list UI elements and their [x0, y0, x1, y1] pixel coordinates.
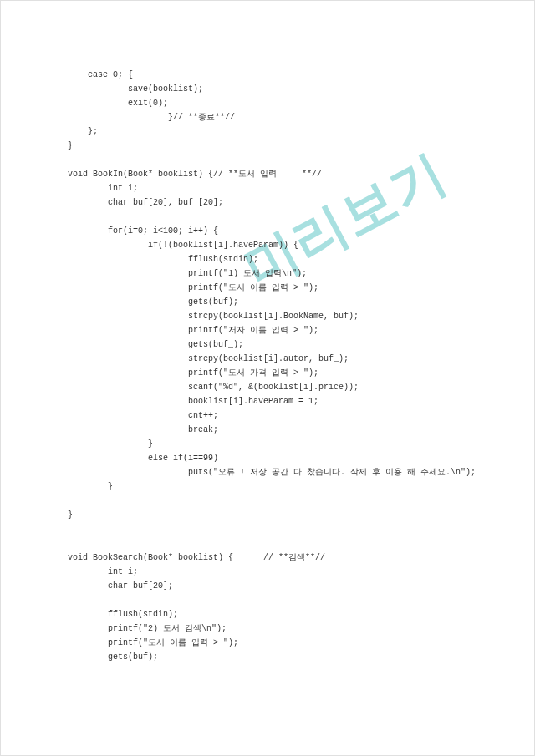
- code-line: char buf[20], buf_[20];: [68, 198, 223, 207]
- code-line: strcpy(booklist[i].BookName, buf);: [68, 312, 359, 321]
- code-line: scanf("%d", &(booklist[i].price));: [68, 383, 359, 392]
- code-line: printf("저자 이름 입력 > ");: [68, 326, 318, 335]
- code-line: cnt++;: [68, 411, 218, 420]
- code-line: int i;: [68, 184, 138, 193]
- code-line: void BookSearch(Book* booklist) { // **검…: [68, 553, 325, 562]
- code-line: }: [68, 141, 73, 150]
- code-line: gets(buf_);: [68, 340, 243, 349]
- code-line: exit(0);: [68, 99, 168, 108]
- code-line: case 0; {: [68, 70, 133, 79]
- code-line: printf("도서 이름 입력 > ");: [68, 638, 238, 647]
- code-line: else if(i==99): [68, 454, 218, 463]
- code-line: printf("2) 도서 검색\n");: [68, 624, 227, 633]
- code-line: break;: [68, 425, 218, 434]
- code-line: }: [68, 439, 153, 449]
- code-line: gets(buf);: [68, 297, 238, 307]
- code-line: };: [68, 127, 98, 136]
- code-line: fflush(stdin);: [68, 255, 258, 264]
- code-line: fflush(stdin);: [68, 610, 178, 619]
- code-line: puts("오류 ! 저장 공간 다 찼습니다. 삭제 후 이용 해 주세요.\…: [68, 468, 476, 477]
- code-line: save(booklist);: [68, 84, 203, 94]
- code-line: strcpy(booklist[i].autor, buf_);: [68, 354, 349, 363]
- document-page: 미리보기 case 0; { save(booklist); exit(0); …: [0, 0, 535, 756]
- code-line: printf("도서 이름 입력 > ");: [68, 283, 318, 292]
- code-line: booklist[i].haveParam = 1;: [68, 397, 318, 406]
- code-block: case 0; { save(booklist); exit(0); }// *…: [68, 68, 501, 664]
- code-line: void BookIn(Book* booklist) {// **도서 입력 …: [68, 170, 322, 179]
- code-line: }: [68, 482, 113, 491]
- code-line: printf("도서 가격 입력 > ");: [68, 368, 318, 378]
- code-line: char buf[20];: [68, 581, 173, 591]
- code-line: }// **종료**//: [68, 113, 235, 122]
- code-line: for(i=0; i<100; i++) {: [68, 226, 218, 236]
- code-line: }: [68, 510, 73, 520]
- code-line: int i;: [68, 567, 138, 576]
- code-line: printf("1) 도서 입력\n");: [68, 269, 307, 278]
- code-line: gets(buf);: [68, 652, 158, 662]
- code-line: if(!(booklist[i].haveParam)) {: [68, 241, 298, 250]
